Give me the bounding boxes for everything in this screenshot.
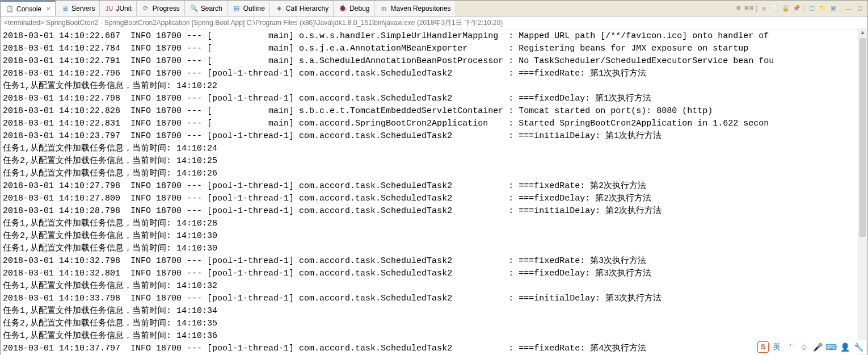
tab-maven-repositories[interactable]: mMaven Repositories xyxy=(375,1,456,16)
display-icon[interactable]: 🖵 xyxy=(807,4,816,13)
console-line: 任务2,从配置文件加载任务信息，当前时间: 14:10:35 xyxy=(3,318,865,330)
tab-call-hierarchy[interactable]: ◈Call Hierarchy xyxy=(270,1,334,16)
console-status: <terminated> SpringBootCron2 - SpringBoo… xyxy=(1,16,867,30)
console-line: 2018-03-01 14:10:33.798 INFO 18700 --- [… xyxy=(3,293,865,305)
console-line: 2018-03-01 14:10:22.796 INFO 18700 --- [… xyxy=(3,68,865,80)
console-line: 2018-03-01 14:10:27.798 INFO 18700 --- [… xyxy=(3,180,865,193)
remove-all-icon[interactable]: ✖✖ xyxy=(744,4,753,13)
minimize-icon[interactable]: — xyxy=(844,4,853,13)
call-hierarchy-icon: ◈ xyxy=(275,4,284,13)
tab-label: Search xyxy=(201,5,222,12)
console-line: 2018-03-01 14:10:22.791 INFO 18700 --- [… xyxy=(3,55,865,68)
open-icon[interactable]: 📁 xyxy=(818,4,827,13)
tab-label: Maven Repositories xyxy=(391,5,451,12)
ime-person-icon[interactable]: 👤 xyxy=(839,341,850,353)
ime-tool-icon[interactable]: 🔧 xyxy=(853,341,864,353)
console-line: 任务2,从配置文件加载任务信息，当前时间: 14:10:25 xyxy=(3,155,865,168)
console-output[interactable]: 2018-03-01 14:10:22.687 INFO 18700 --- [… xyxy=(1,30,867,355)
console-line: 任务2,从配置文件加载任务信息，当前时间: 14:10:30 xyxy=(3,230,865,243)
tab-label: JUnit xyxy=(116,5,131,12)
console-line: 任务1,从配置文件加载任务信息，当前时间: 14:10:36 xyxy=(3,330,865,343)
terminate-icon[interactable]: ■ xyxy=(760,4,769,13)
console-line: 任务1,从配置文件加载任务信息，当前时间: 14:10:24 xyxy=(3,143,865,155)
console-line: 任务1,从配置文件加载任务信息，当前时间: 14:10:30 xyxy=(3,243,865,255)
vertical-scrollbar[interactable]: ▲ ▼ xyxy=(858,28,867,355)
scroll-thumb[interactable] xyxy=(859,38,866,237)
tab-outline[interactable]: ▤Outline xyxy=(227,1,270,16)
console-line: 任务1,从配置文件加载任务信息，当前时间: 14:10:22 xyxy=(3,80,865,93)
console-line: 2018-03-01 14:10:28.798 INFO 18700 --- [… xyxy=(3,205,865,218)
servers-icon: 🖥 xyxy=(60,4,69,13)
debug-icon: 🐞 xyxy=(338,4,347,13)
close-icon[interactable]: ✕ xyxy=(46,6,50,12)
scroll-lock-icon[interactable]: 🔒 xyxy=(781,4,790,13)
console-line: 2018-03-01 14:10:32.798 INFO 18700 --- [… xyxy=(3,255,865,268)
console-line: 任务1,从配置文件加载任务信息，当前时间: 14:10:26 xyxy=(3,168,865,180)
tab-junit[interactable]: JUJUnit xyxy=(100,1,136,16)
tab-label: Outline xyxy=(243,5,265,12)
ime-smile-icon[interactable]: ☺ xyxy=(798,341,810,353)
tab-label: Debug xyxy=(349,5,369,12)
console-line: 2018-03-01 14:10:22.687 INFO 18700 --- [… xyxy=(3,30,865,43)
scroll-up-icon[interactable]: ▲ xyxy=(858,28,867,37)
console-line: 2018-03-01 14:10:32.801 INFO 18700 --- [… xyxy=(3,268,865,280)
console-line: 2018-03-01 14:10:22.784 INFO 18700 --- [… xyxy=(3,43,865,55)
console-line: 2018-03-01 14:10:22.831 INFO 18700 --- [… xyxy=(3,118,865,130)
tab-label: Call Hierarchy xyxy=(286,5,328,12)
toolbar-separator xyxy=(841,5,841,12)
search-icon: 🔍 xyxy=(189,4,199,13)
toolbar-separator xyxy=(804,5,804,12)
progress-icon: ⟳ xyxy=(141,4,150,13)
ime-logo-icon[interactable]: S xyxy=(757,341,769,353)
tab-label: Progress xyxy=(153,5,180,12)
outline-icon: ▤ xyxy=(232,4,241,13)
tab-servers[interactable]: 🖥Servers xyxy=(56,1,100,16)
console-line: 2018-03-01 14:10:27.800 INFO 18700 --- [… xyxy=(3,193,865,205)
console-icon: 📋 xyxy=(5,5,14,14)
maven-repositories-icon: m xyxy=(380,4,389,13)
console-toolbar: ✖✖✖■📄🔒📌🖵📁▣—◻ xyxy=(734,4,867,13)
ime-keyboard-icon[interactable]: ⌨ xyxy=(825,341,837,353)
tab-label: Servers xyxy=(71,5,95,12)
tab-debug[interactable]: 🐞Debug xyxy=(334,1,374,16)
toolbar-separator xyxy=(756,5,757,12)
console-line: 任务1,从配置文件加载任务信息，当前时间: 14:10:34 xyxy=(3,305,865,318)
console-line: 任务1,从配置文件加载任务信息，当前时间: 14:10:32 xyxy=(3,280,865,293)
maximize-icon[interactable]: ◻ xyxy=(855,4,864,13)
tab-progress[interactable]: ⟳Progress xyxy=(137,1,185,16)
clear-icon[interactable]: 📄 xyxy=(770,4,779,13)
tab-label: Console xyxy=(16,5,41,13)
remove-launch-icon[interactable]: ✖ xyxy=(734,4,743,13)
console-line: 2018-03-01 14:10:37.797 INFO 18700 --- [… xyxy=(3,343,865,355)
pin-icon[interactable]: 📌 xyxy=(792,4,801,13)
console-line: 2018-03-01 14:10:22.798 INFO 18700 --- [… xyxy=(3,93,865,105)
tab-bar: 📋Console✕🖥ServersJUJUnit⟳Progress🔍Search… xyxy=(1,1,867,16)
console-line: 2018-03-01 14:10:23.797 INFO 18700 --- [… xyxy=(3,130,865,143)
junit-icon: JU xyxy=(104,4,113,13)
console-line: 任务1,从配置文件加载任务信息，当前时间: 14:10:28 xyxy=(3,218,865,230)
ime-mic-icon[interactable]: 🎤 xyxy=(812,341,823,353)
console-line: 2018-03-01 14:10:22.828 INFO 18700 --- [… xyxy=(3,105,865,118)
tab-console[interactable]: 📋Console✕ xyxy=(1,1,56,16)
ime-comma-icon[interactable]: ' xyxy=(785,341,796,353)
ime-language-icon[interactable]: 英 xyxy=(771,341,782,353)
tab-search[interactable]: 🔍Search xyxy=(185,1,227,16)
terminal-icon[interactable]: ▣ xyxy=(829,4,838,13)
ime-toolbar: S 英 ' ☺ 🎤 ⌨ 👤 🔧 xyxy=(755,340,866,354)
